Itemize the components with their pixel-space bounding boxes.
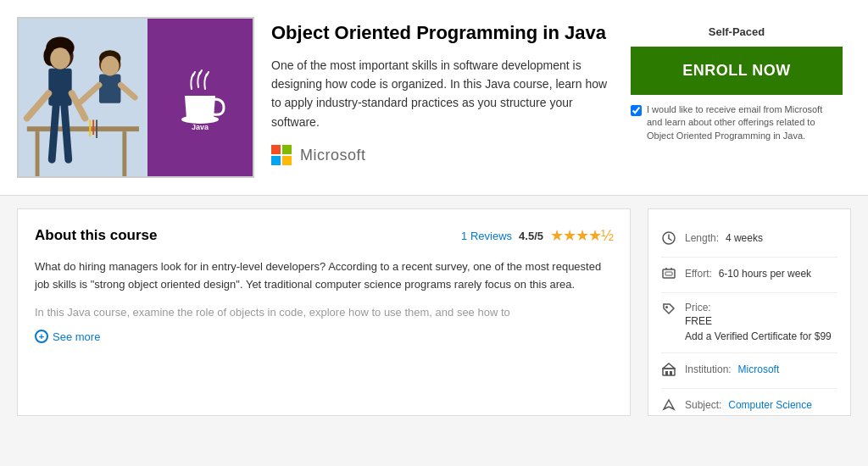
effort-row: Effort: 6-10 hours per week <box>661 258 837 293</box>
length-row: Length: 4 weeks <box>661 222 837 258</box>
about-header: About this course 1 Reviews 4.5/5 ★★★★½ <box>35 226 613 245</box>
svg-line-25 <box>669 239 671 241</box>
price-values: FREE Add a Verified Certificate for $99 <box>685 313 837 344</box>
subject-label: Subject: <box>685 399 721 411</box>
svg-rect-14 <box>99 75 120 103</box>
svg-rect-1 <box>36 131 40 176</box>
about-title: About this course <box>35 227 158 244</box>
price-icon <box>661 302 676 319</box>
about-paragraph-2: In this Java course, examine the role of… <box>35 304 613 322</box>
svg-line-10 <box>64 106 69 160</box>
reviews-link[interactable]: 1 Reviews <box>461 230 512 242</box>
svg-rect-0 <box>27 126 139 131</box>
institution-icon <box>661 363 676 380</box>
length-content: Length: 4 weeks <box>685 230 837 244</box>
svg-line-7 <box>27 93 48 118</box>
clock-icon <box>661 231 676 248</box>
price-label-wrap: Price: <box>685 302 837 313</box>
rating-text: 4.5/5 <box>519 230 543 242</box>
svg-point-17 <box>101 56 120 75</box>
svg-rect-2 <box>122 131 126 176</box>
microsoft-name: Microsoft <box>300 147 366 164</box>
price-free: FREE <box>685 313 837 329</box>
svg-rect-6 <box>48 69 71 106</box>
course-image: Java <box>17 17 254 178</box>
course-image-photo <box>19 19 147 176</box>
enroll-section: Self-Paced Enroll Now I would like to re… <box>631 17 843 142</box>
ms-yellow-square <box>282 156 292 165</box>
course-description: One of the most important skills in soft… <box>271 56 610 132</box>
effort-label: Effort: <box>685 268 712 280</box>
svg-line-16 <box>120 85 135 97</box>
subject-content: Subject: Computer Science <box>685 397 837 411</box>
svg-rect-33 <box>670 371 672 375</box>
email-consent-checkbox[interactable] <box>631 105 642 116</box>
svg-point-30 <box>665 306 668 308</box>
microsoft-logo: Microsoft <box>271 145 614 165</box>
top-section: Java Object Oriented Programming in Java… <box>0 0 868 196</box>
length-label: Length: <box>685 232 719 244</box>
svg-text:Java: Java <box>192 123 209 131</box>
effort-content: Effort: 6-10 hours per week <box>685 266 837 280</box>
svg-rect-26 <box>663 269 675 278</box>
institution-label: Institution: <box>685 363 732 375</box>
svg-rect-18 <box>89 119 91 136</box>
ms-blue-square <box>271 156 281 165</box>
course-info: Object Oriented Programming in Java One … <box>271 17 614 165</box>
ms-green-square <box>282 145 292 154</box>
svg-point-11 <box>50 47 70 69</box>
length-value: 4 weeks <box>726 232 763 244</box>
price-row: Price: FREE Add a Verified Certificate f… <box>661 293 837 353</box>
course-image-logo: Java <box>147 19 253 176</box>
svg-line-9 <box>52 106 56 160</box>
svg-rect-31 <box>663 369 675 375</box>
ms-logo-grid <box>271 145 292 165</box>
institution-value[interactable]: Microsoft <box>738 363 780 375</box>
subject-row: Subject: Computer Science <box>661 389 837 424</box>
price-content: Price: FREE Add a Verified Certificate f… <box>685 302 837 344</box>
reviews-section: 1 Reviews 4.5/5 ★★★★½ <box>461 226 613 245</box>
course-title: Object Oriented Programming in Java <box>271 21 614 46</box>
about-paragraph-1: What do hiring managers look for in entr… <box>35 258 613 294</box>
svg-rect-27 <box>665 272 672 275</box>
about-card: About this course 1 Reviews 4.5/5 ★★★★½ … <box>17 208 631 416</box>
see-more-icon: + <box>35 330 48 343</box>
effort-value: 6-10 hours per week <box>719 268 811 280</box>
see-more-label: See more <box>53 330 100 343</box>
effort-icon <box>661 267 676 284</box>
enroll-button[interactable]: Enroll Now <box>631 47 843 95</box>
see-more-link[interactable]: + See more <box>35 330 613 343</box>
email-consent-text: I would like to receive email from Micro… <box>647 103 834 142</box>
subject-value[interactable]: Computer Science <box>728 399 812 411</box>
price-certificate: Add a Verified Certificate for $99 <box>685 329 837 344</box>
svg-rect-32 <box>665 371 668 375</box>
price-label: Price: <box>685 302 711 313</box>
email-consent: I would like to receive email from Micro… <box>631 103 834 142</box>
institution-row: Institution: Microsoft <box>661 353 837 389</box>
institution-content: Institution: Microsoft <box>685 362 837 375</box>
details-card: Length: 4 weeks Effort: 6-10 hours per w… <box>648 208 851 416</box>
self-paced-label: Self-Paced <box>631 25 843 38</box>
star-rating: ★★★★½ <box>550 226 613 245</box>
subject-icon <box>661 398 676 415</box>
svg-line-15 <box>81 85 99 102</box>
ms-red-square <box>271 145 281 154</box>
svg-rect-20 <box>96 119 97 138</box>
svg-rect-19 <box>92 119 94 135</box>
bottom-section: About this course 1 Reviews 4.5/5 ★★★★½ … <box>0 196 868 429</box>
